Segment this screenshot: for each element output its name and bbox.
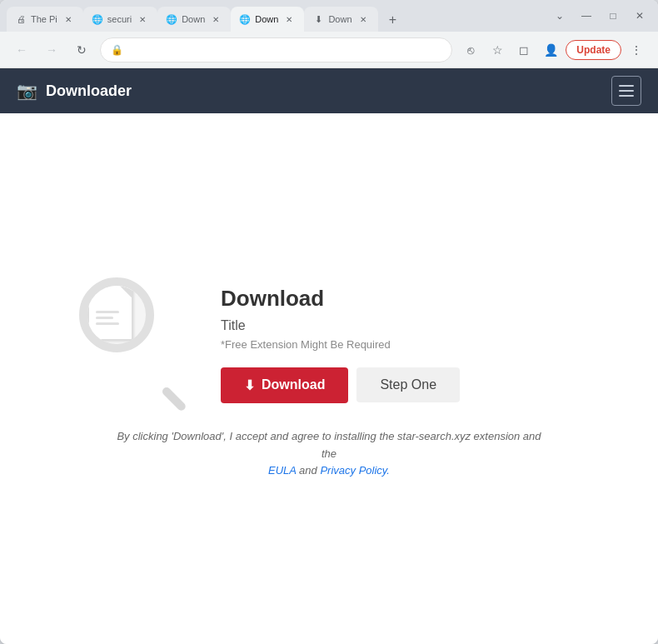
title-bar: 🖨 The Pi ✕ 🌐 securi ✕ 🌐 Down ✕ 🌐 Down ✕ <box>0 0 658 32</box>
reload-button[interactable]: ↻ <box>70 38 93 62</box>
tab-1-title: The Pi <box>31 14 57 24</box>
tab-5-title: Down <box>328 14 351 24</box>
download-heading: Download <box>221 286 579 312</box>
camera-icon: 📷 <box>17 81 37 101</box>
file-doc-icon <box>87 284 133 341</box>
tab-2-favicon: 🌐 <box>92 13 103 25</box>
tab-5[interactable]: ⬇ Down ✕ <box>304 7 377 32</box>
main-content: RISK.COM <box>0 113 658 644</box>
page-content: 📷 Downloader RISK.COM <box>0 68 658 644</box>
back-button[interactable]: ← <box>10 38 33 62</box>
address-bar[interactable]: 🔒 <box>100 37 452 62</box>
tab-4-title: Down <box>255 14 278 24</box>
tab-3-close[interactable]: ✕ <box>209 12 222 26</box>
card-info: Download Title *Free Extension Might Be … <box>221 277 579 403</box>
download-icon: ⬇ <box>244 377 255 393</box>
file-icon-area <box>79 277 196 394</box>
privacy-policy-link[interactable]: Privacy Policy. <box>320 464 390 477</box>
extension-note: *Free Extension Might Be Required <box>221 338 579 351</box>
nav-actions: ⎋ ☆ ◻ 👤 Update ⋮ <box>459 38 648 62</box>
file-line-1 <box>96 311 119 313</box>
legal-and-text: and <box>299 464 320 477</box>
tab-4-active[interactable]: 🌐 Down ✕ <box>231 7 304 32</box>
tab-2[interactable]: 🌐 securi ✕ <box>83 7 157 32</box>
close-button[interactable]: ✕ <box>628 4 651 27</box>
new-tab-button[interactable]: + <box>381 8 405 32</box>
tab-2-close[interactable]: ✕ <box>136 12 149 26</box>
more-options-icon[interactable]: ⋮ <box>625 38 648 62</box>
tab-4-favicon: 🌐 <box>239 13 251 25</box>
update-button[interactable]: Update <box>566 40 621 60</box>
step-one-button[interactable]: Step One <box>356 367 460 402</box>
tab-1-favicon: 🖨 <box>15 13 27 25</box>
file-line-2 <box>96 317 113 319</box>
tab-5-close[interactable]: ✕ <box>356 12 370 26</box>
magnifier-circle <box>79 277 154 352</box>
hamburger-menu-button[interactable] <box>611 76 641 106</box>
step-button-label: Step One <box>380 377 436 392</box>
button-row: ⬇ Download Step One <box>221 367 579 403</box>
magnifier-handle <box>161 386 187 412</box>
browser-window: 🖨 The Pi ✕ 🌐 securi ✕ 🌐 Down ✕ 🌐 Down ✕ <box>0 0 658 644</box>
download-button[interactable]: ⬇ Download <box>221 367 348 403</box>
download-button-label: Download <box>262 377 325 392</box>
account-icon[interactable]: 👤 <box>539 38 562 62</box>
share-icon[interactable]: ⎋ <box>459 38 482 62</box>
card-top: Download Title *Free Extension Might Be … <box>79 277 579 403</box>
window-controls: ⌄ — □ ✕ <box>548 4 651 27</box>
tab-3-favicon: 🌐 <box>166 13 177 25</box>
bookmark-icon[interactable]: ☆ <box>486 38 509 62</box>
file-title: Title <box>221 318 579 333</box>
tab-4-close[interactable]: ✕ <box>282 12 296 26</box>
tab-2-title: securi <box>107 14 132 24</box>
file-line-3 <box>96 322 119 325</box>
maximize-button[interactable]: □ <box>601 4 625 27</box>
nav-bar: ← → ↻ 🔒 ⎋ ☆ ◻ 👤 Update ⋮ <box>0 32 658 68</box>
file-lines <box>89 294 132 332</box>
tabs-container: 🖨 The Pi ✕ 🌐 securi ✕ 🌐 Down ✕ 🌐 Down ✕ <box>7 0 541 32</box>
hamburger-line-2 <box>619 90 634 92</box>
eula-link[interactable]: EULA <box>268 464 296 477</box>
tab-1-close[interactable]: ✕ <box>62 12 75 26</box>
download-card: Download Title *Free Extension Might Be … <box>79 277 579 480</box>
lock-icon: 🔒 <box>111 44 123 56</box>
brand-name: Downloader <box>46 82 132 100</box>
forward-button[interactable]: → <box>40 38 63 62</box>
legal-text-before: By clicking 'Download', I accept and agr… <box>117 430 541 460</box>
chevron-down-icon[interactable]: ⌄ <box>548 4 571 27</box>
app-brand: 📷 Downloader <box>17 81 132 101</box>
minimize-button[interactable]: — <box>575 4 598 27</box>
hamburger-line-1 <box>619 85 634 87</box>
extension-icon[interactable]: ◻ <box>512 38 536 62</box>
legal-text: By clicking 'Download', I accept and agr… <box>112 428 546 480</box>
tab-5-favicon: ⬇ <box>312 13 324 25</box>
tab-3[interactable]: 🌐 Down ✕ <box>157 7 231 32</box>
hamburger-line-3 <box>619 95 634 97</box>
tab-3-title: Down <box>182 14 205 24</box>
app-navbar: 📷 Downloader <box>0 68 658 113</box>
tab-1[interactable]: 🖨 The Pi ✕ <box>7 7 83 32</box>
